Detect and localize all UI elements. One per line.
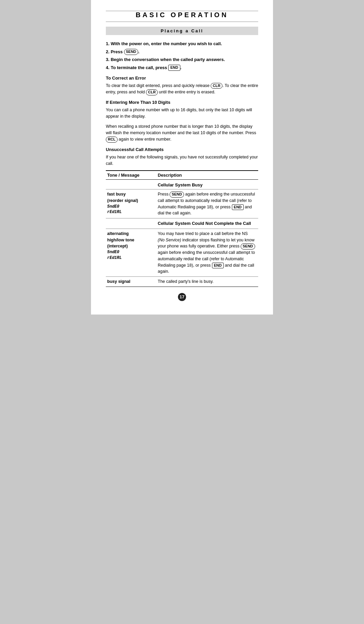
unsuccessful-intro: If you hear one of the following signals… (106, 154, 258, 167)
step-1: 1. With the power on, enter the number y… (106, 40, 258, 47)
entering-digits-p2: When recalling a stored phone number tha… (106, 123, 258, 143)
cell-alternating-desc: You may have tried to place a call befor… (156, 229, 258, 276)
end-badge-table-2: END (212, 263, 224, 268)
step-2: 2. Press SEND. (106, 49, 258, 55)
section-title: Placing a Call (161, 28, 204, 33)
page-number: 17 (178, 293, 186, 301)
tones-table: Tone / Message Description Cellular Syst… (106, 170, 258, 287)
cell-empty-2 (106, 218, 156, 229)
table-row: fast busy(reorder signal) 5ndE0 rEd1RL P… (106, 189, 258, 218)
correct-text-pre: To clear the last digit entered, press a… (106, 83, 211, 88)
no-service-italic: (No Service) (158, 238, 181, 242)
clr-key-2: CLR (146, 89, 158, 95)
lcd-redial-2: rEd1RL (107, 255, 154, 261)
busy-signal-label: busy signal (107, 279, 130, 284)
step2-prefix: 2. Press (106, 49, 124, 54)
section-header: Placing a Call (106, 27, 258, 35)
correct-text-post: until the entire entry is erased. (158, 90, 215, 94)
page-title: BASIC OPERATION (106, 11, 258, 22)
end-key-badge: END (168, 65, 180, 70)
cell-empty-1 (106, 180, 156, 189)
steps-list: 1. With the power on, enter the number y… (106, 40, 258, 71)
cell-fast-busy: fast busy(reorder signal) 5ndE0 rEd1RL (106, 189, 156, 218)
table-row: busy signal The called party's line is b… (106, 277, 258, 287)
lcd-send-2: 5ndE0 (107, 249, 154, 255)
end-badge-table-1: END (232, 204, 244, 210)
send-badge-table-2: SEND (241, 243, 255, 249)
step2-suffix: . (138, 49, 140, 54)
page: BASIC OPERATION Placing a Call 1. With t… (91, 0, 273, 315)
send-badge-table-1: SEND (170, 191, 184, 197)
cell-cellular-notcomplete: Cellular System Could Not Complete the C… (156, 218, 258, 229)
col1-header: Tone / Message (106, 171, 156, 180)
lcd-send-1: 5ndE0 (107, 204, 154, 210)
step-3: 3. Begin the conversation when the calle… (106, 56, 258, 63)
unsuccessful-title: Unsuccessful Call Attempts (106, 147, 258, 152)
table-header-row: Tone / Message Description (106, 171, 258, 180)
col2-header: Description (156, 171, 258, 180)
step1-text: 1. With the power on, enter the number y… (106, 41, 222, 46)
cell-busy-signal-desc: The called party's line is busy. (156, 277, 258, 287)
clr-key-1: CLR (211, 83, 222, 89)
entering-digits-p1: You can call a phone number with up to 1… (106, 107, 258, 120)
rcl-key: RCL (106, 137, 118, 142)
fast-busy-label: fast busy(reorder signal) (107, 192, 138, 203)
cell-fast-busy-desc: Press SEND again before ending the unsuc… (156, 189, 258, 218)
p2-pre: When recalling a stored phone number tha… (106, 124, 256, 135)
send-key-badge: SEND (124, 49, 139, 55)
cellular-notcomplete-label: Cellular System Could Not Complete the C… (158, 221, 251, 226)
step4-suffix: . (180, 65, 182, 70)
alternating-label: alternatinghigh/low tone(intercept) (107, 231, 134, 249)
cell-alternating: alternatinghigh/low tone(intercept) 5ndE… (106, 229, 156, 276)
cellular-busy-label: Cellular System Busy (158, 182, 203, 187)
step-4: 4. To terminate the call, press END. (106, 64, 258, 71)
p2-post: again to view entire number. (118, 137, 172, 142)
alt-text1: You may have tried to place a call befor… (158, 231, 248, 236)
step3-text: 3. Begin the conversation when the calle… (106, 57, 225, 62)
cell-cellular-busy: Cellular System Busy (156, 180, 258, 189)
step4-prefix: 4. To terminate the call, press (106, 65, 168, 70)
entering-digits-title: If Entering More Than 10 Digits (106, 100, 258, 105)
correct-error-text: To clear the last digit entered, press a… (106, 83, 258, 96)
table-row: alternatinghigh/low tone(intercept) 5ndE… (106, 229, 258, 276)
table-row: Cellular System Could Not Complete the C… (106, 218, 258, 229)
lcd-redial-1: rEd1RL (107, 209, 154, 215)
correct-error-title: To Correct an Error (106, 76, 258, 81)
desc-pre: Press (158, 192, 170, 197)
table-row: Cellular System Busy (106, 180, 258, 189)
cell-busy-signal: busy signal (106, 277, 156, 287)
page-number-container: 17 (106, 293, 258, 301)
busy-signal-text: The called party's line is busy. (158, 279, 213, 284)
